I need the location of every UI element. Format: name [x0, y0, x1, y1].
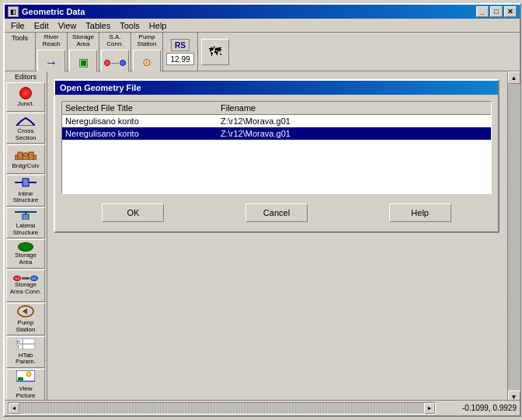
menu-edit[interactable]: Edit	[30, 19, 54, 32]
sidebar-bridge-label: Brdg/Culv	[12, 162, 39, 170]
sa-conn-label: S.A.Conn.	[101, 34, 129, 48]
svg-point-18	[26, 372, 31, 377]
pump-station-group: PumpStation ⊙	[131, 33, 163, 71]
sidebar-inline-label: InlineStructure	[13, 191, 38, 205]
file-filename-1: Z:\r12\Morava.g01	[221, 116, 291, 126]
sidebar-item-inline[interactable]: InlineStructure	[6, 175, 45, 206]
dialog-title-bar: Open Geometry File	[55, 81, 498, 95]
menu-tables[interactable]: Tables	[81, 19, 115, 32]
toolbar-tools-label: Tools	[6, 34, 33, 42]
list-item-selected[interactable]: Neregulisano korito Z:\r12\Morava.g01	[62, 127, 491, 140]
dialog-buttons: OK Cancel Help	[61, 200, 492, 225]
storage-area-group: StorageArea ▣	[68, 33, 99, 71]
scroll-right-button[interactable]: ►	[424, 403, 435, 414]
cancel-button[interactable]: Cancel	[245, 203, 308, 222]
sidebar-item-cross-section[interactable]: CrossSection	[6, 113, 45, 144]
window-title: Geometric Data	[22, 7, 85, 16]
svg-rect-17	[18, 377, 23, 380]
title-bar: ◧ Geometric Data _ □ ✕	[5, 5, 520, 19]
minimize-button[interactable]: _	[476, 6, 489, 17]
sidebar-item-view-picture[interactable]: ViewPicture	[6, 369, 45, 401]
dialog-content: Selected File Title Filename Neregulisan…	[55, 95, 498, 231]
pump-station-label: PumpStation	[133, 34, 161, 48]
col-title-header: Selected File Title	[65, 103, 221, 113]
dialog-title: Open Geometry File	[60, 83, 141, 92]
sidebar-item-bridge[interactable]: Brdg/Culv	[6, 144, 45, 174]
window-icon: ◧	[8, 6, 19, 17]
list-header: Selected File Title Filename	[62, 102, 491, 115]
sidebar-item-storage-area[interactable]: StorageArea	[6, 239, 45, 269]
file-title-2: Neregulisano korito	[65, 129, 221, 138]
sidebar: Editors Junct. CrossSection	[5, 71, 47, 403]
menu-bar: File Edit View Tables Tools Help	[5, 19, 520, 33]
file-title-1: Neregulisano korito	[65, 116, 221, 126]
rs-value: 12.99	[170, 55, 190, 64]
horizontal-scrollbar[interactable]: ◄ ►	[8, 402, 436, 415]
col-filename-header: Filename	[221, 103, 256, 113]
open-geometry-dialog: Open Geometry File Selected File Title F…	[54, 79, 499, 233]
body-area: Editors Junct. CrossSection	[5, 71, 520, 403]
toolbar: Tools RiverReach → StorageArea ▣ S.A.Con…	[5, 33, 520, 71]
scroll-left-button[interactable]: ◄	[9, 403, 19, 414]
content-area: Open Geometry File Selected File Title F…	[47, 71, 520, 403]
status-coordinates: -0.1099, 0.9929	[439, 404, 517, 412]
sidebar-storage-area-label: StorageArea	[15, 252, 37, 266]
help-button[interactable]: Help	[389, 203, 451, 222]
list-body: Neregulisano korito Z:\r12\Morava.g01 Ne…	[62, 115, 491, 193]
editors-label: Editors	[6, 73, 45, 81]
sidebar-pump-station-label: PumpStation	[16, 320, 36, 334]
sidebar-lateral-label: LateralStructure	[13, 223, 38, 237]
rs-label: RS	[175, 41, 186, 50]
vertical-scrollbar: ▲ ▼	[507, 71, 520, 403]
svg-text:T: T	[17, 345, 19, 349]
title-bar-title: ◧ Geometric Data	[8, 6, 85, 17]
sidebar-item-storage-conn[interactable]: StorageArea Conn.	[6, 269, 45, 302]
maximize-button[interactable]: □	[490, 6, 503, 17]
sidebar-item-junction[interactable]: Junct.	[6, 82, 45, 112]
sidebar-htab-label: HTabParam.	[16, 352, 36, 366]
list-item[interactable]: Neregulisano korito Z:\r12\Morava.g01	[62, 115, 491, 127]
svg-rect-3	[29, 152, 33, 160]
storage-area-label: StorageArea	[69, 34, 97, 48]
svg-rect-2	[18, 152, 23, 160]
title-buttons: _ □ ✕	[476, 6, 517, 17]
menu-help[interactable]: Help	[144, 19, 172, 32]
scroll-up-button[interactable]: ▲	[508, 71, 520, 84]
sidebar-item-lateral[interactable]: LateralStructure	[6, 207, 45, 238]
sidebar-item-pump-station[interactable]: PumpStation	[6, 303, 45, 335]
menu-view[interactable]: View	[54, 19, 82, 32]
sidebar-item-htab[interactable]: H T HTabParam.	[6, 336, 45, 367]
river-reach-group: RiverReach →	[36, 33, 68, 71]
main-window: ◧ Geometric Data _ □ ✕ File Edit View Ta…	[3, 3, 521, 417]
map-button[interactable]: 🗺	[201, 39, 229, 65]
sidebar-storage-conn-label: StorageArea Conn.	[10, 282, 41, 296]
river-reach-label: RiverReach	[37, 34, 65, 48]
content-panel: Open Geometry File Selected File Title F…	[47, 71, 507, 403]
svg-text:H: H	[17, 339, 20, 344]
close-button[interactable]: ✕	[504, 6, 517, 17]
sa-conn-group: S.A.Conn. —	[99, 33, 131, 71]
svg-rect-9	[23, 214, 29, 220]
ok-button[interactable]: OK	[102, 203, 164, 222]
menu-file[interactable]: File	[6, 19, 30, 32]
menu-tools[interactable]: Tools	[115, 19, 144, 32]
svg-rect-5	[23, 179, 29, 186]
file-filename-2: Z:\r12\Morava.g01	[221, 129, 291, 138]
status-bar: ◄ ► -0.1099, 0.9929	[5, 400, 520, 415]
sidebar-cross-section-label: CrossSection	[16, 128, 37, 142]
scroll-track[interactable]	[508, 84, 520, 390]
sidebar-view-picture-label: ViewPicture	[16, 386, 36, 400]
file-list[interactable]: Selected File Title Filename Neregulisan…	[61, 101, 492, 194]
sidebar-junction-label: Junct.	[17, 100, 33, 108]
